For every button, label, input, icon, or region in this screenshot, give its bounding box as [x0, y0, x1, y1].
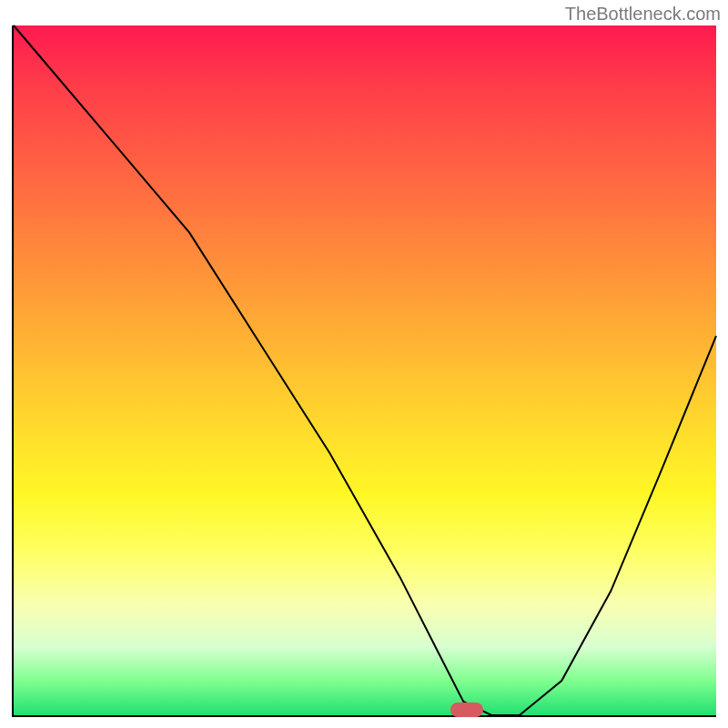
bottleneck-curve — [14, 25, 716, 715]
chart-plot-area — [12, 25, 716, 717]
watermark-text: TheBottleneck.com — [565, 4, 721, 25]
optimal-point-marker — [450, 703, 483, 717]
